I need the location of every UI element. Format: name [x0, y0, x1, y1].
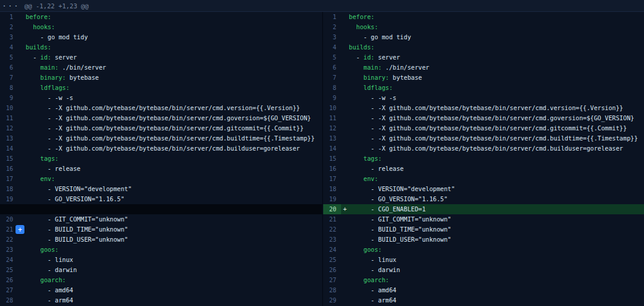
code-text: - go mod tidy: [349, 34, 411, 40]
line-number[interactable]: 19: [323, 194, 341, 204]
line-number[interactable]: 12: [0, 123, 18, 133]
line-number[interactable]: 27: [0, 285, 18, 295]
yaml-key: env:: [364, 176, 379, 182]
line-number[interactable]: 15: [323, 154, 341, 164]
marker: [18, 113, 26, 123]
line-number[interactable]: 7: [0, 73, 18, 83]
line-number[interactable]: 23: [0, 245, 18, 255]
line-number[interactable]: 18: [0, 184, 18, 194]
line-number[interactable]: 25: [0, 265, 18, 275]
marker: [341, 224, 349, 235]
code-text: - BUILD_TIME="unknown": [349, 226, 451, 233]
marker: [341, 235, 349, 245]
line-number[interactable]: 13: [0, 133, 18, 143]
diff-row: 22 - BUILD_USER="unknown": [0, 235, 322, 245]
line-number[interactable]: 26: [0, 275, 18, 285]
diff-row-added: 20+ - CGO_ENABLED=1: [323, 204, 644, 214]
line-number[interactable]: 15: [0, 154, 18, 164]
line-number[interactable]: 14: [0, 143, 18, 154]
marker: [341, 194, 349, 204]
line-number[interactable]: 16: [0, 164, 18, 174]
code-line: - GIT_COMMIT="unknown": [349, 214, 644, 224]
line-number[interactable]: 5: [0, 52, 18, 63]
marker: [341, 285, 349, 295]
line-number[interactable]: 2: [323, 22, 341, 32]
line-number[interactable]: 22: [323, 224, 341, 235]
marker: [18, 245, 26, 255]
line-number[interactable]: 25: [323, 255, 341, 265]
line-number[interactable]: 21: [323, 214, 341, 224]
line-number[interactable]: 10: [323, 103, 341, 113]
yaml-key: ldflags:: [41, 85, 70, 91]
code-line: - amd64: [349, 285, 644, 295]
line-number[interactable]: 26: [323, 265, 341, 275]
line-number[interactable]: 7: [323, 73, 341, 83]
add-comment-button[interactable]: +: [16, 225, 24, 234]
line-number[interactable]: 2: [0, 22, 18, 32]
line-number[interactable]: 3: [0, 32, 18, 42]
diff-row-empty: [0, 204, 322, 214]
code-line: goarch:: [349, 275, 644, 285]
diff-row: 12 - -X github.com/bytebase/bytebase/bin…: [323, 123, 644, 133]
line-number[interactable]: 1: [323, 12, 341, 22]
line-number[interactable]: 12: [323, 123, 341, 133]
line-number[interactable]: 8: [323, 83, 341, 93]
line-number[interactable]: 17: [0, 174, 18, 184]
line-number[interactable]: 4: [0, 42, 18, 52]
diff-pane-left: 1before:2 hooks:3 - go mod tidy4builds:5…: [0, 12, 322, 306]
yaml-key: env:: [41, 176, 55, 182]
line-number[interactable]: 27: [323, 275, 341, 285]
line-number[interactable]: 4: [323, 42, 341, 52]
line-number[interactable]: 9: [323, 93, 341, 103]
line-number[interactable]: 1: [0, 12, 18, 22]
code-text: - linux: [349, 257, 397, 263]
code-text: - GO_VERSION="1.16.5": [26, 196, 125, 202]
line-number[interactable]: 20: [323, 204, 341, 214]
line-number[interactable]: 11: [0, 113, 18, 123]
line-number[interactable]: 20: [0, 214, 18, 224]
diff-row: 15 tags:: [323, 154, 644, 164]
line-number[interactable]: 10: [0, 103, 18, 113]
marker: [341, 123, 349, 133]
marker: [18, 93, 26, 103]
line-number[interactable]: 9: [0, 93, 18, 103]
marker: [341, 164, 349, 174]
code-line: - BUILD_TIME="unknown": [349, 224, 644, 235]
code-text: - -X github.com/bytebase/bytebase/bin/se…: [26, 115, 311, 121]
code-line: builds:: [349, 42, 644, 52]
line-number[interactable]: 29: [323, 295, 341, 305]
diff-row: 4builds:: [323, 42, 644, 52]
line-number[interactable]: 28: [0, 295, 18, 305]
line-number[interactable]: 14: [323, 143, 341, 154]
line-number[interactable]: 23: [323, 235, 341, 245]
marker: [18, 73, 26, 83]
hunk-header-bar: ··· @@ -1,22 +1,23 @@: [0, 0, 644, 12]
code-line: - id: server: [349, 52, 644, 63]
code-text: - amd64: [26, 287, 73, 293]
code-text: - GIT_COMMIT="unknown": [26, 216, 128, 223]
code-text: [26, 85, 41, 91]
line-number[interactable]: 8: [0, 83, 18, 93]
line-number[interactable]: 17: [323, 174, 341, 184]
line-number[interactable]: 28: [323, 285, 341, 295]
expand-hunk-button[interactable]: ···: [0, 1, 21, 11]
line-number[interactable]: 5: [323, 52, 341, 63]
line-number[interactable]: 19: [0, 194, 18, 204]
marker: [18, 12, 26, 22]
diff-row: 4builds:: [0, 42, 322, 52]
line-number[interactable]: 22: [0, 235, 18, 245]
line-number[interactable]: 24: [0, 255, 18, 265]
line-number[interactable]: 24: [323, 245, 341, 255]
code-text: - darwin: [26, 267, 77, 273]
line-number[interactable]: 16: [323, 164, 341, 174]
line-number[interactable]: 3: [323, 32, 341, 42]
line-number[interactable]: 6: [0, 63, 18, 73]
line-number[interactable]: 11: [323, 113, 341, 123]
line-number[interactable]: 6: [323, 63, 341, 73]
line-number[interactable]: 18: [323, 184, 341, 194]
code-line: goarch:: [26, 275, 322, 285]
code-text: [26, 277, 41, 283]
line-number[interactable]: 13: [323, 133, 341, 143]
code-text: [349, 64, 364, 71]
code-line: - -X github.com/bytebase/bytebase/bin/se…: [349, 123, 644, 133]
